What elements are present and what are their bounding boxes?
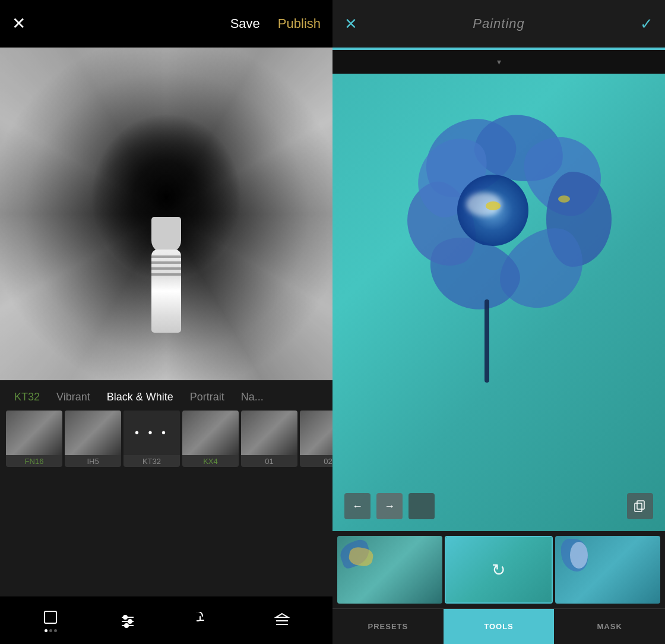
svg-rect-0: [45, 611, 56, 623]
bottom-toolbar: [0, 596, 332, 644]
thumb-img-fn16: [6, 411, 62, 455]
nav-back-button[interactable]: ←: [344, 493, 370, 519]
thumb-dots: • • •: [124, 411, 180, 455]
close-button[interactable]: ✕: [12, 15, 26, 32]
child-body: [151, 250, 181, 333]
filter-thumb-02[interactable]: 02: [300, 411, 332, 467]
bottom-thumb-3[interactable]: [555, 536, 660, 604]
copy-button[interactable]: [627, 493, 653, 519]
bottom-tab-bar: PRESETS TOOLS MASK: [332, 608, 665, 644]
filter-cat-portrait[interactable]: Portrait: [182, 391, 233, 403]
filter-thumbnails: FN16 IH5 • • • KT32 KX4 01: [0, 411, 332, 467]
thumb-img-02: [300, 411, 332, 455]
svg-rect-12: [637, 501, 644, 509]
chevron-down-icon: ▾: [497, 57, 501, 67]
thumb-content-3: [555, 536, 660, 604]
thumb-label-fn16: FN16: [6, 455, 62, 467]
thumb-arrow-icon: ↻: [492, 560, 505, 580]
flower-artwork: [380, 103, 618, 389]
flower-stem: [484, 299, 489, 383]
right-header: ✕ Painting ✓: [332, 0, 665, 48]
toolbar-dots-frame: [45, 629, 57, 632]
left-header: ✕ Save Publish: [0, 0, 332, 48]
header-actions: Save Publish: [230, 16, 321, 31]
main-photo: [0, 48, 332, 380]
layers-icon-btn[interactable]: [274, 612, 290, 629]
svg-point-5: [128, 620, 132, 623]
thumb-content-2: ↻: [446, 537, 551, 602]
painting-canvas: ← →: [332, 74, 665, 531]
save-button[interactable]: Save: [230, 16, 260, 31]
filter-cat-kt32[interactable]: KT32: [6, 391, 48, 403]
thumb-label-01: 01: [241, 455, 297, 467]
tab-mask[interactable]: MASK: [554, 609, 665, 644]
bw-image-bg: [0, 48, 332, 380]
bottom-thumb-2[interactable]: ↻: [445, 536, 552, 604]
thumb-content-1: [337, 536, 442, 604]
thumb-img-ih5: [65, 411, 121, 455]
filter-cat-blackwhite[interactable]: Black & White: [99, 391, 182, 403]
filter-thumb-fn16[interactable]: FN16: [6, 411, 62, 467]
right-panel: ✕ Painting ✓ ▾ ←: [332, 0, 665, 644]
filter-categories: KT32 Vibrant Black & White Portrait Na..…: [0, 386, 332, 411]
child-figure: [140, 214, 193, 333]
filter-thumb-kt32[interactable]: • • • KT32: [124, 411, 180, 467]
child-hair: [151, 217, 181, 252]
svg-rect-11: [635, 503, 642, 512]
filter-cat-vibrant[interactable]: Vibrant: [48, 391, 99, 403]
right-panel-title: Painting: [473, 16, 525, 31]
frame-icon-btn[interactable]: [42, 609, 59, 632]
thumb-label-ih5: IH5: [65, 455, 121, 467]
filter-thumb-ih5[interactable]: IH5: [65, 411, 121, 467]
stem-container: [478, 299, 496, 389]
filter-cat-natural[interactable]: Na...: [233, 391, 272, 403]
svg-point-6: [125, 624, 128, 627]
sliders-icon-btn[interactable]: [119, 612, 136, 629]
publish-button[interactable]: Publish: [278, 16, 321, 31]
thumb-label-kx4: KX4: [182, 455, 239, 467]
thumb-img-01: [241, 411, 297, 455]
history-icon-btn[interactable]: [197, 612, 213, 629]
nav-arrows: ← →: [344, 493, 435, 519]
thumb-label-02: 02: [300, 455, 332, 467]
yellow-accent-1: [486, 201, 501, 210]
nav-forward-button[interactable]: →: [376, 493, 403, 519]
dark-bar: ▾: [332, 50, 665, 74]
thumb-img-kx4: [182, 411, 239, 455]
svg-marker-10: [276, 614, 288, 617]
right-close-button[interactable]: ✕: [344, 15, 357, 33]
bottom-thumbnails: ↻: [332, 531, 665, 608]
nav-indicator: [408, 493, 435, 519]
yellow-accent-2: [558, 195, 570, 203]
thumb-label-kt32: KT32: [124, 455, 180, 467]
right-confirm-button[interactable]: ✓: [640, 15, 653, 33]
tab-presets[interactable]: PRESETS: [332, 609, 444, 644]
bottom-thumb-1[interactable]: [337, 536, 442, 604]
filter-area: KT32 Vibrant Black & White Portrait Na..…: [0, 380, 332, 596]
filter-thumb-01[interactable]: 01: [241, 411, 297, 467]
filter-thumb-kx4[interactable]: KX4: [182, 411, 239, 467]
tab-tools[interactable]: TOOLS: [444, 609, 555, 644]
left-panel: ✕ Save Publish KT32 Vib: [0, 0, 332, 644]
svg-point-4: [124, 615, 127, 619]
